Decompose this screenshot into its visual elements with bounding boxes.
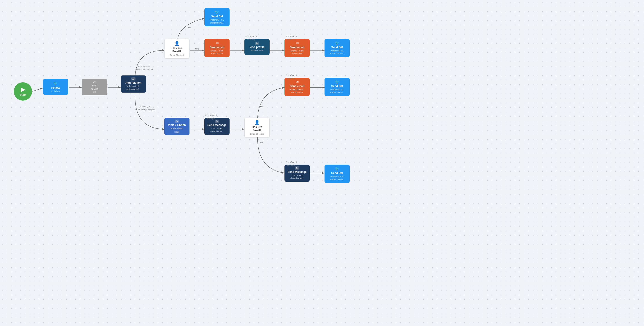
send-dm-4-node[interactable]: 🐦 Send DM Twitter DM - S... Twitter DM #… [324, 165, 350, 183]
send-email-1-sub: Email 1 - Sent Email #7770 [210, 49, 224, 55]
send-dm-3-title: Send DM [331, 85, 343, 88]
wait-node[interactable]: ⏱ Wait #2 Wait 2d [82, 79, 107, 95]
send-email-2-node[interactable]: ✉ Send email Email 2 - Sent Email #df85 [284, 39, 310, 57]
email-icon-2: ✉ [296, 41, 299, 45]
linkedin-icon-2: in [255, 42, 259, 45]
arrows-svg [0, 0, 644, 326]
start-node[interactable]: ▶ Start [14, 82, 32, 101]
start-label: Start [20, 93, 26, 96]
person-check-icon-2: 👤 [254, 120, 260, 125]
follow-sub: #1 Follow [51, 90, 60, 93]
clock-icon: ⏱ [93, 81, 96, 84]
add-relation-node[interactable]: in Add relation Added on Link... Invite … [121, 75, 146, 93]
send-email-3-title: Send email [290, 85, 304, 88]
old-badge: Old [174, 131, 179, 133]
send-message-2-title: Send Message [288, 170, 306, 174]
send-email-2-title: Send email [290, 46, 304, 49]
invite-not-accepted-label: ⏱ If After 4dInvite Not Accepted [135, 65, 153, 71]
wait-title: Wait [92, 84, 98, 87]
yes-top-label: Yes [195, 47, 199, 50]
send-email-2-sub: Email 2 - Sent Email #df85 [291, 49, 304, 55]
send-dm-3-node[interactable]: 🐦 Send DM Twitter DM - S... Twitter DM #… [324, 78, 350, 96]
visit-profile-node[interactable]: in Visit profile Profile Visited [244, 39, 270, 55]
no-top-label: No [188, 26, 191, 29]
follow-node[interactable]: 🐦 Follow #1 Follow [43, 79, 68, 95]
add-relation-title: Add relation [126, 81, 142, 84]
send-dm-2-node[interactable]: 🐦 Send DM Twitter DM - S... Twitter DM #… [324, 39, 350, 57]
person-check-icon: 👤 [174, 41, 180, 46]
visit-enrich-title: Visit & Enrich [168, 123, 186, 127]
has-pro-email-bot-title: Has Pro Email? [247, 125, 267, 132]
has-pro-email-bot-node[interactable]: 👤 Has Pro Email? Email Checked [244, 118, 270, 137]
twitter-icon-5: 🐦 [335, 166, 340, 171]
send-dm-top-node[interactable]: 🐦 Send DM Twitter DM - S... Twitter DM #… [204, 8, 230, 26]
send-dm-top-title: Send DM [211, 15, 223, 18]
has-pro-email-bot-sub: Email Checked [250, 133, 264, 136]
email-icon-1: ✉ [216, 41, 218, 45]
if-after-7d-4-label: ⏱ If After 7dNo reply [286, 161, 297, 167]
twitter-icon-3: 🐦 [335, 41, 340, 45]
email-icon-3: ✉ [296, 79, 299, 84]
send-dm-top-sub: Twitter DM - S... Twitter DM #a... [210, 18, 224, 24]
flow-canvas: ▶ Start 🐦 Follow #1 Follow ⏱ Wait #2 Wai… [0, 0, 644, 326]
send-email-3-node[interactable]: ✉ Send email Email 1 post D... Email #ad… [284, 78, 310, 96]
if-after-7d-1-label: ⏱ If After 7dNo Reply [245, 35, 257, 41]
add-relation-sub: Added on Link... Invite note #c6... [126, 85, 141, 90]
twitter-icon-2: 🐦 [215, 10, 219, 14]
visit-profile-title: Visit profile [250, 45, 264, 49]
yes-bot-label: Yes [260, 105, 264, 108]
send-email-1-node[interactable]: ✉ Send email Email 1 - Sent Email #7770 [204, 39, 230, 57]
when-accept-label: ⏱ During 4dWhen Accept Request [135, 105, 156, 111]
send-email-1-title: Send email [210, 46, 224, 49]
send-dm-3-sub: Twitter DM - S... Twitter DM #a... [330, 88, 345, 94]
has-pro-email-top-title: Has Pro Email? [167, 47, 187, 53]
if-after-7d-2-label: ⏱ If After 7dNo Reply [286, 35, 297, 41]
send-dm-4-sub: Twitter DM - S... Twitter DM #b... [330, 175, 345, 181]
visit-enrich-node[interactable]: in Visit & Enrich Profile Visited Old [164, 118, 190, 135]
no-bot-label: No [260, 141, 263, 144]
linkedin-icon-5: in [295, 166, 299, 170]
svg-line-1 [32, 88, 43, 91]
visit-profile-sub: Profile Visited [251, 49, 264, 52]
linkedin-icon: in [131, 77, 135, 80]
visit-enrich-sub: Profile Visited [171, 127, 183, 130]
follow-title: Follow [51, 86, 60, 89]
if-after-7d-3-label: ⏱ If After 7dNo Reply [286, 74, 297, 80]
play-icon: ▶ [21, 87, 25, 93]
linkedin-icon-3: in [175, 120, 179, 123]
send-message-node[interactable]: in Send Message DM 1 - Sent Linkedin mes… [204, 118, 230, 135]
send-dm-2-sub: Twitter DM - S... Twitter DM #d1... [329, 49, 345, 55]
no-reply-1-label: ⏱ If After 4dNo reply [205, 114, 217, 120]
send-message-title: Send Message [207, 123, 226, 127]
send-dm-4-title: Send DM [331, 171, 343, 175]
send-message-2-node[interactable]: in Send Message DM 1 - Sent Linkedin mes… [284, 165, 310, 182]
send-email-3-sub: Email 1 post D... Email #ad29 [290, 88, 304, 94]
send-message-2-sub: DM 1 - Sent Linkedin mes... [290, 174, 304, 180]
twitter-icon-4: 🐦 [335, 79, 340, 84]
send-dm-2-title: Send DM [331, 46, 343, 49]
has-pro-email-top-node[interactable]: 👤 Has Pro Email? Email Checked [164, 39, 190, 58]
linkedin-icon-4: in [215, 120, 219, 123]
wait-sub: #2 Wait 2d [91, 88, 98, 93]
has-pro-email-top-sub: Email Checked [170, 54, 184, 57]
twitter-icon: 🐦 [53, 81, 58, 85]
send-message-sub: DM 1 - Sent Linkedin mes... [210, 127, 224, 133]
